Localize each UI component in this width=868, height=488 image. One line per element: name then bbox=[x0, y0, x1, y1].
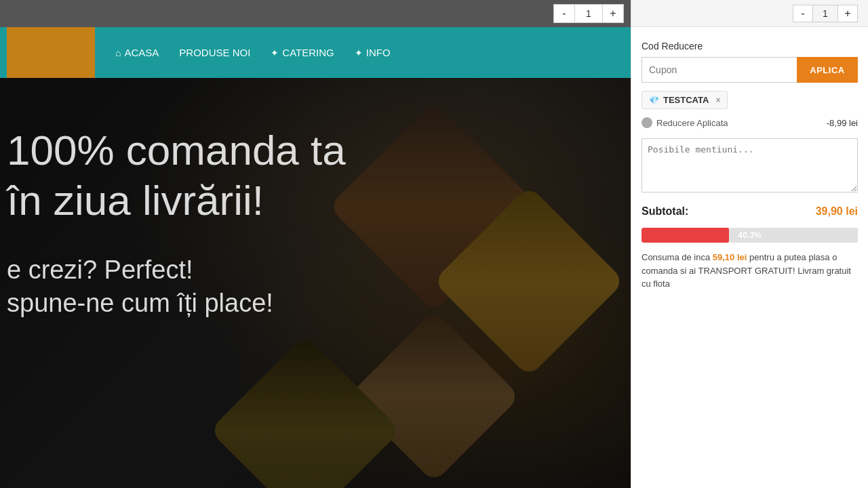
progress-container: 40.3% bbox=[642, 228, 858, 243]
qty-controls: - 1 + bbox=[553, 4, 624, 23]
subtotal-value: 39,90 lei bbox=[816, 205, 858, 218]
applied-coupon-tag: 💎 TESTCATA × bbox=[642, 91, 728, 109]
qty-plus-button[interactable]: + bbox=[602, 4, 624, 23]
reducere-icon bbox=[642, 117, 652, 128]
subtotal-label: Subtotal: bbox=[642, 205, 688, 218]
nav-acasa[interactable]: ⌂ ACASA bbox=[115, 47, 159, 58]
aplica-button[interactable]: APLICA bbox=[797, 57, 858, 83]
top-bar: - 1 + bbox=[0, 0, 631, 27]
sidebar-qty-minus-button[interactable]: - bbox=[793, 5, 813, 22]
home-icon: ⌂ bbox=[115, 47, 121, 58]
sidebar: - 1 + Cod Reducere APLICA 💎 TESTCATA × R… bbox=[631, 0, 868, 488]
shipping-text-before: Consuma de inca bbox=[642, 252, 713, 262]
hero-title-line1: 100% comanda ta bbox=[7, 125, 346, 176]
nav-acasa-label: ACASA bbox=[124, 47, 159, 58]
coupon-remove-button[interactable]: × bbox=[715, 96, 720, 105]
hero-subtitle-line2: spune-ne cum îți place! bbox=[7, 287, 346, 320]
qty-minus-button[interactable]: - bbox=[553, 4, 575, 23]
sidebar-content: Cod Reducere APLICA 💎 TESTCATA × Reducer… bbox=[631, 27, 868, 304]
info-icon: ✦ bbox=[355, 47, 363, 58]
hero-text: 100% comanda ta în ziua livrării! e crez… bbox=[0, 125, 346, 321]
sidebar-top-bar: - 1 + bbox=[631, 0, 868, 27]
subtotal-row: Subtotal: 39,90 lei bbox=[642, 205, 858, 218]
logo[interactable] bbox=[7, 27, 95, 78]
hero-title-line2: în ziua livrării! bbox=[7, 176, 346, 226]
coupon-input[interactable] bbox=[642, 57, 797, 83]
navigation-bar: ⌂ ACASA PRODUSE NOI ✦ CATERING ✦ INFO bbox=[0, 27, 631, 78]
hero-subtitle: e crezi? Perfect! spune-ne cum îți place… bbox=[0, 253, 346, 321]
reducere-value: -8,99 lei bbox=[827, 118, 858, 128]
sidebar-qty-display: 1 bbox=[813, 5, 837, 22]
coupon-gem-icon: 💎 bbox=[649, 96, 659, 105]
main-content: - 1 + ⌂ ACASA PRODUSE NOI ✦ CATERING ✦ I… bbox=[0, 0, 631, 488]
hero-title: 100% comanda ta în ziua livrării! bbox=[0, 125, 346, 226]
progress-bar bbox=[642, 228, 729, 243]
nav-info-label: INFO bbox=[366, 47, 391, 58]
reducere-label: Reducere Aplicata bbox=[656, 118, 823, 128]
progress-text: 40.3% bbox=[738, 230, 761, 240]
nav-produse[interactable]: PRODUSE NOI bbox=[179, 47, 250, 58]
coupon-row: APLICA bbox=[642, 57, 858, 83]
nav-links: ⌂ ACASA PRODUSE NOI ✦ CATERING ✦ INFO bbox=[95, 47, 411, 58]
nav-info[interactable]: ✦ INFO bbox=[355, 47, 391, 58]
qty-display: 1 bbox=[575, 4, 602, 23]
shipping-amount: 59,10 lei bbox=[713, 252, 747, 262]
applied-coupon-name: TESTCATA bbox=[663, 95, 709, 105]
hero-section: 100% comanda ta în ziua livrării! e crez… bbox=[0, 78, 631, 488]
catering-icon: ✦ bbox=[271, 47, 279, 58]
reducere-row: Reducere Aplicata -8,99 lei bbox=[642, 117, 858, 128]
hero-subtitle-line1: e crezi? Perfect! bbox=[7, 253, 346, 287]
nav-catering[interactable]: ✦ CATERING bbox=[271, 47, 334, 58]
nav-produse-label: PRODUSE NOI bbox=[179, 47, 250, 58]
nav-catering-label: CATERING bbox=[282, 47, 334, 58]
shipping-text: Consuma de inca 59,10 lei pentru a putea… bbox=[642, 251, 858, 291]
coupon-section-label: Cod Reducere bbox=[642, 41, 858, 52]
mentions-textarea[interactable] bbox=[642, 138, 858, 192]
sidebar-qty-plus-button[interactable]: + bbox=[837, 5, 858, 22]
sidebar-qty-controls: - 1 + bbox=[793, 5, 858, 22]
